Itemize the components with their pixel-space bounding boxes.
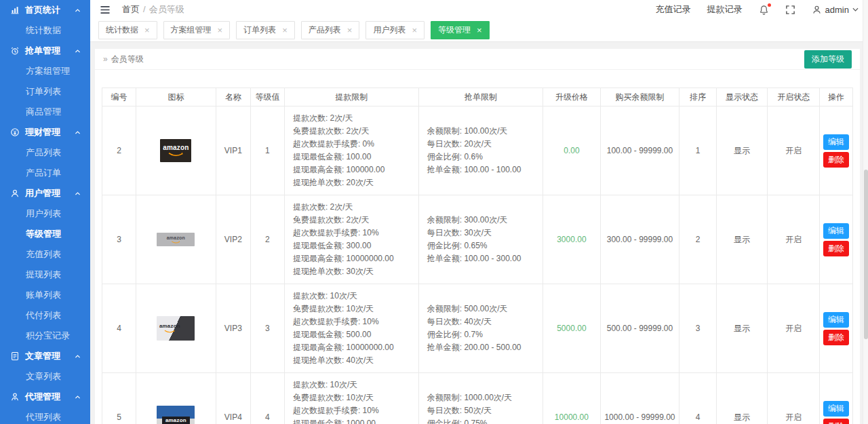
- sidebar-group-label: 文章管理: [25, 350, 74, 362]
- sidebar-item[interactable]: 方案组管理: [0, 61, 90, 81]
- limit-line: 佣金比例: 0.65%: [427, 239, 538, 252]
- edit-button[interactable]: 编辑: [823, 134, 849, 150]
- tab-item[interactable]: 订单列表×: [236, 21, 295, 39]
- column-header: 显示状态: [716, 88, 768, 107]
- chart-icon: [10, 5, 20, 16]
- vertical-scrollbar[interactable]: [863, 0, 868, 424]
- tab-item[interactable]: 方案组管理×: [163, 21, 231, 39]
- limit-line: 免费提款次数: 2次/天: [293, 214, 414, 227]
- amazon-logo-text: amazon: [167, 235, 185, 240]
- cell-level: 1: [250, 107, 284, 195]
- cell-balance-limit: 500.00 - 99999.00: [600, 284, 679, 373]
- tab-label: 等级管理: [438, 24, 471, 36]
- withdraw-records-link[interactable]: 提款记录: [707, 3, 743, 16]
- sidebar-item[interactable]: 产品列表: [0, 142, 90, 163]
- sidebar-group-6[interactable]: 代理管理: [0, 387, 90, 407]
- cell-grab-limits: 余额限制: 500.00次/天每日次数: 40次/天佣金比例: 0.7%抢单金额…: [418, 284, 542, 373]
- cell-icon: amazon: [136, 373, 216, 424]
- tab-item[interactable]: 统计数据×: [98, 21, 157, 39]
- close-icon[interactable]: ×: [477, 27, 482, 34]
- cell-sort: 4: [679, 373, 716, 424]
- delete-button[interactable]: 删除: [823, 419, 849, 424]
- limit-line: 提款次数: 2次/天: [293, 201, 414, 214]
- delete-button[interactable]: 删除: [823, 241, 849, 256]
- sidebar-item[interactable]: 代付列表: [0, 305, 90, 326]
- sidebar-item[interactable]: 等级管理: [0, 224, 90, 244]
- close-icon[interactable]: ×: [218, 27, 223, 34]
- limit-line: 提现最高金额: 10000000.00: [293, 252, 414, 265]
- sidebar-item[interactable]: 提现列表: [0, 265, 90, 285]
- amazon-logo-image: amazon: [157, 406, 195, 424]
- close-icon[interactable]: ×: [412, 27, 417, 34]
- limit-line: 提款次数: 2次/天: [293, 112, 414, 125]
- recharge-records-link[interactable]: 充值记录: [656, 3, 691, 16]
- cell-icon: amazon: [136, 107, 216, 195]
- amazon-logo-text: amazon: [162, 417, 190, 424]
- edit-button[interactable]: 编辑: [823, 223, 849, 239]
- limit-line: 超次数提款手续费: 10%: [293, 404, 414, 417]
- sidebar-group-1[interactable]: 首页统计: [0, 0, 90, 20]
- sidebar-item[interactable]: 订单列表: [0, 81, 90, 102]
- limit-line: 免费提款次数: 10次/天: [293, 391, 414, 404]
- sidebar-group-5[interactable]: 文章管理: [0, 346, 90, 366]
- limit-line: 提款次数: 10次/天: [293, 379, 414, 391]
- member-level-panel: »会员等级 添加等级 编号图标名称等级值提款限制抢单限制升级价格购买余额限制排序…: [95, 49, 860, 424]
- sidebar-item[interactable]: 文章列表: [0, 366, 90, 387]
- sidebar-group-2[interactable]: 抢单管理: [0, 41, 90, 61]
- chevron-up-icon: [74, 47, 82, 55]
- delete-button[interactable]: 删除: [823, 152, 849, 168]
- agent-icon: [10, 392, 20, 402]
- cell-name: VIP3: [216, 284, 250, 373]
- sidebar-group-label: 首页统计: [25, 4, 74, 16]
- limit-line: 提现最低金额: 300.00: [293, 239, 414, 252]
- tab-label: 订单列表: [243, 24, 276, 36]
- delete-button[interactable]: 删除: [823, 330, 849, 345]
- table-row: 5amazonVIP44提款次数: 10次/天免费提款次数: 10次/天超次数提…: [102, 373, 853, 424]
- fullscreen-icon[interactable]: [785, 5, 795, 15]
- tab-item[interactable]: 用户列表×: [366, 21, 425, 39]
- column-header: 抢单限制: [418, 88, 542, 107]
- sidebar-item[interactable]: 统计数据: [0, 20, 90, 41]
- sidebar-item[interactable]: 产品订单: [0, 163, 90, 183]
- close-icon[interactable]: ×: [282, 27, 288, 34]
- edit-button[interactable]: 编辑: [823, 312, 849, 328]
- sidebar-group-3[interactable]: 理财管理: [0, 122, 90, 142]
- limit-line: 提现抢单次数: 40次/天: [293, 354, 414, 367]
- cell-name: VIP2: [216, 195, 250, 284]
- tab-item[interactable]: 产品列表×: [301, 21, 360, 39]
- table-header-row: 编号图标名称等级值提款限制抢单限制升级价格购买余额限制排序显示状态开启状态操作: [102, 88, 853, 107]
- cell-icon: amazon: [136, 195, 216, 284]
- amazon-logo-text: amazon: [159, 324, 180, 329]
- tab-active[interactable]: 等级管理×: [431, 21, 490, 39]
- amazon-smile-icon: [170, 240, 181, 244]
- sidebar-group-4[interactable]: 用户管理: [0, 183, 90, 204]
- article-icon: [10, 351, 20, 362]
- cell-open-status: 开启: [768, 284, 820, 373]
- user-menu[interactable]: admin: [812, 5, 859, 15]
- sidebar-item[interactable]: 用户列表: [0, 204, 90, 224]
- bell-icon[interactable]: [759, 5, 769, 15]
- column-header: 提款限制: [284, 88, 418, 107]
- sidebar-item[interactable]: 商品管理: [0, 102, 90, 122]
- column-header: 开启状态: [768, 88, 820, 107]
- close-icon[interactable]: ×: [144, 27, 150, 34]
- cell-upgrade-price: 10000.00: [543, 373, 600, 424]
- sidebar-item[interactable]: 账单列表: [0, 285, 90, 305]
- sidebar-item[interactable]: 积分宝记录: [0, 326, 90, 346]
- breadcrumb: 首页/会员等级: [122, 3, 184, 16]
- edit-button[interactable]: 编辑: [823, 401, 849, 417]
- limit-line: 超次数提款手续费: 10%: [293, 315, 414, 328]
- scrollbar-thumb[interactable]: [864, 170, 868, 339]
- column-header: 排序: [679, 88, 716, 107]
- menu-icon[interactable]: [100, 5, 111, 14]
- close-icon[interactable]: ×: [347, 27, 353, 34]
- table-row: 2amazonVIP11提款次数: 2次/天免费提款次数: 2次/天超次数提款手…: [102, 107, 853, 195]
- sidebar-item[interactable]: 充值列表: [0, 244, 90, 265]
- chevron-up-icon: [74, 189, 82, 197]
- breadcrumb-home[interactable]: 首页: [122, 4, 140, 14]
- limit-line: 每日次数: 30次/天: [427, 227, 538, 239]
- cell-sort: 2: [679, 195, 716, 284]
- add-level-button[interactable]: 添加等级: [804, 50, 852, 69]
- finance-icon: [10, 128, 20, 138]
- sidebar-item[interactable]: 代理列表: [0, 407, 90, 424]
